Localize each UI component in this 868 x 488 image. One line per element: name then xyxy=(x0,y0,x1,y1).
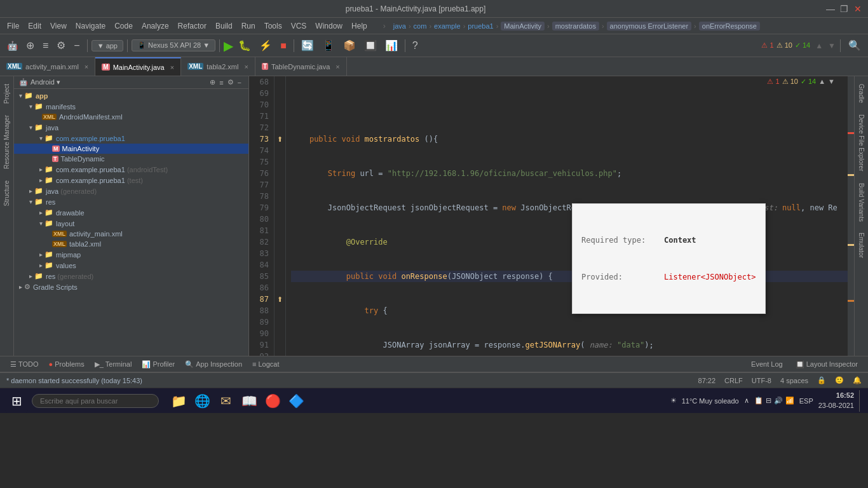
close-button[interactable]: ✕ xyxy=(854,4,863,13)
layout-inspector-tool-btn[interactable]: 🔲 xyxy=(361,38,380,53)
tree-item-res[interactable]: ▾ 📁 res xyxy=(14,196,248,207)
tree-item-activity-main-xml[interactable]: XML activity_main.xml xyxy=(14,229,248,239)
menu-run[interactable]: Run xyxy=(238,22,259,30)
menu-window[interactable]: Window xyxy=(312,22,346,30)
device-selector[interactable]: 📱 Nexus 5X API 28 ▼ xyxy=(132,39,215,51)
minimize-panel-btn[interactable]: − xyxy=(71,39,83,53)
breadcrumb-errorlistener[interactable]: anonymous ErrorListener xyxy=(607,22,692,30)
tree-item-layout[interactable]: ▾ 📁 layout xyxy=(14,218,248,229)
tab-tabla2-close[interactable]: × xyxy=(244,63,248,71)
nav-up-btn[interactable]: ▲ xyxy=(818,78,825,86)
menu-help[interactable]: Help xyxy=(348,22,370,30)
tab-mainactivity-java[interactable]: M MainActivity.java × xyxy=(95,57,181,76)
tree-item-java[interactable]: ▾ 📁 java xyxy=(14,122,248,133)
code-scroll-area[interactable]: 6869707172 73747576 7778798081 828384858… xyxy=(249,76,854,356)
menu-analyze[interactable]: Analyze xyxy=(139,22,172,30)
tree-item-manifests[interactable]: ▾ 📁 manifests xyxy=(14,101,248,112)
code-editor[interactable]: ⚠ 1 ⚠ 10 ✓ 14 ▲ ▼ 6869707172 73747576 77… xyxy=(249,76,854,356)
project-panel-btn[interactable]: Project xyxy=(1,81,12,106)
emulator-btn[interactable]: Emulator xyxy=(856,230,867,261)
structure-btn[interactable]: Structure xyxy=(1,178,12,209)
start-button[interactable]: ⊞ xyxy=(5,390,28,412)
tree-item-tabla2-xml[interactable]: XML tabla2.xml xyxy=(14,239,248,249)
tab-tabledynamic-close[interactable]: × xyxy=(336,63,339,71)
tree-item-androidmanifest[interactable]: XML AndroidManifest.xml xyxy=(14,112,248,122)
bottom-tab-app-inspection[interactable]: 🔍 App Inspection xyxy=(180,359,247,370)
bottom-tab-profiler[interactable]: 📊 Profiler xyxy=(137,359,180,370)
menu-build[interactable]: Build xyxy=(212,22,236,30)
code-content[interactable]: public void mostrardatos (){ String url … xyxy=(286,76,854,356)
breadcrumb-java[interactable]: java xyxy=(393,22,406,30)
encoding-status[interactable]: UTF-8 xyxy=(752,377,771,384)
tab-activity-main-close[interactable]: × xyxy=(85,63,88,71)
profiler-tool-btn[interactable]: 📊 xyxy=(382,38,401,53)
sync-btn[interactable]: ⊕ xyxy=(23,38,37,53)
app-selector[interactable]: ▼ app xyxy=(92,40,123,51)
indent-status[interactable]: 4 spaces xyxy=(780,377,808,384)
gradle-side-btn[interactable]: Gradle xyxy=(856,81,867,105)
right-scrollbar[interactable] xyxy=(848,76,854,356)
tree-item-mainactivity[interactable]: M MainActivity xyxy=(14,144,248,154)
resource-manager-btn[interactable]: Resource Manager xyxy=(1,112,12,172)
task-icon-edge[interactable]: 🌐 xyxy=(191,390,213,412)
debug-btn[interactable]: 🐛 xyxy=(235,38,254,53)
build-variants-btn[interactable]: Build Variants xyxy=(856,180,867,224)
bottom-tab-terminal[interactable]: ▶_ Terminal xyxy=(90,359,137,370)
bottom-tab-problems[interactable]: ● Problems xyxy=(44,359,90,369)
bottom-tab-layout-inspector[interactable]: 🔲 Layout Inspector xyxy=(790,359,863,370)
nav-down-btn[interactable]: ▼ xyxy=(828,78,835,86)
breadcrumb-prueba1[interactable]: prueba1 xyxy=(468,22,493,30)
list-view-btn[interactable]: ≡ xyxy=(39,39,51,53)
tree-item-gradle-scripts[interactable]: ▸ ⚙ Gradle Scripts xyxy=(14,281,248,292)
line-separator[interactable]: CRLF xyxy=(724,377,743,384)
device-file-btn[interactable]: Device File Explorer xyxy=(856,112,867,173)
tray-arrow[interactable]: ∧ xyxy=(744,396,749,405)
breadcrumb-com[interactable]: com xyxy=(414,22,427,30)
bottom-tab-event-log[interactable]: Event Log xyxy=(746,359,788,370)
tree-item-test[interactable]: ▸ 📁 com.example.prueba1 (test) xyxy=(14,175,248,186)
task-icon-chrome[interactable]: 🔴 xyxy=(262,390,283,412)
tab-activity-main-xml[interactable]: XML activity_main.xml × xyxy=(0,57,95,76)
sidebar-list-btn[interactable]: ≡ xyxy=(219,79,223,86)
cursor-position[interactable]: 87:22 xyxy=(698,377,716,384)
breadcrumb-mainactivity[interactable]: MainActivity xyxy=(501,22,545,30)
tab-mainactivity-close[interactable]: × xyxy=(170,64,174,71)
bottom-tab-todo[interactable]: ☰ TODO xyxy=(5,359,44,370)
smiley-icon[interactable]: 🙂 xyxy=(835,376,844,384)
task-icon-reader[interactable]: 📖 xyxy=(238,390,260,412)
taskbar-search[interactable] xyxy=(32,394,159,408)
search-everywhere-btn[interactable]: 🔍 xyxy=(845,38,864,53)
android-panel-btn[interactable]: 🤖 xyxy=(4,39,21,52)
settings-btn[interactable]: ⚙ xyxy=(53,38,69,53)
menu-edit[interactable]: Edit xyxy=(25,22,44,30)
menu-view[interactable]: View xyxy=(47,22,70,30)
help-tool-btn[interactable]: ? xyxy=(409,39,421,53)
sidebar-minimize-btn[interactable]: − xyxy=(238,79,241,86)
menu-navigate[interactable]: Navigate xyxy=(72,22,109,30)
tree-item-java-generated[interactable]: ▸ 📁 java (generated) xyxy=(14,186,248,196)
minimize-button[interactable]: — xyxy=(826,4,835,13)
menu-code[interactable]: Code xyxy=(111,22,136,30)
tree-item-androidtest[interactable]: ▸ 📁 com.example.prueba1 (androidTest) xyxy=(14,164,248,175)
maximize-button[interactable]: ❐ xyxy=(840,4,849,13)
language-indicator[interactable]: ESP xyxy=(799,397,813,405)
task-icon-mail[interactable]: ✉ xyxy=(215,390,236,412)
sidebar-settings-btn[interactable]: ⚙ xyxy=(227,78,234,86)
tab-tabledynamic-java[interactable]: T TableDynamic.java × xyxy=(255,57,347,76)
tree-item-app[interactable]: ▾ 📁 app xyxy=(14,90,248,101)
tree-item-drawable[interactable]: ▸ 📁 drawable xyxy=(14,207,248,218)
sidebar-sync-btn[interactable]: ⊕ xyxy=(210,78,215,86)
menu-refactor[interactable]: Refactor xyxy=(175,22,210,30)
tree-item-com-example-prueba1[interactable]: ▾ 📁 com.example.prueba1 xyxy=(14,133,248,144)
run-button[interactable]: ▶ xyxy=(224,38,233,53)
task-icon-explorer[interactable]: 📁 xyxy=(168,390,189,412)
breadcrumb-onerrorresponse[interactable]: onErrorResponse xyxy=(699,22,760,30)
tree-item-mipmap[interactable]: ▸ 📁 mipmap xyxy=(14,249,248,260)
tree-item-res-generated[interactable]: ▸ 📁 res (generated) xyxy=(14,271,248,281)
menu-tools[interactable]: Tools xyxy=(261,22,285,30)
stop-btn[interactable]: ■ xyxy=(277,39,290,53)
tree-item-tabledynamic[interactable]: T TableDynamic xyxy=(14,154,248,164)
tree-item-values[interactable]: ▸ 📁 values xyxy=(14,260,248,271)
sdk-btn[interactable]: 📦 xyxy=(340,38,359,53)
breadcrumb-example[interactable]: example xyxy=(434,22,461,30)
